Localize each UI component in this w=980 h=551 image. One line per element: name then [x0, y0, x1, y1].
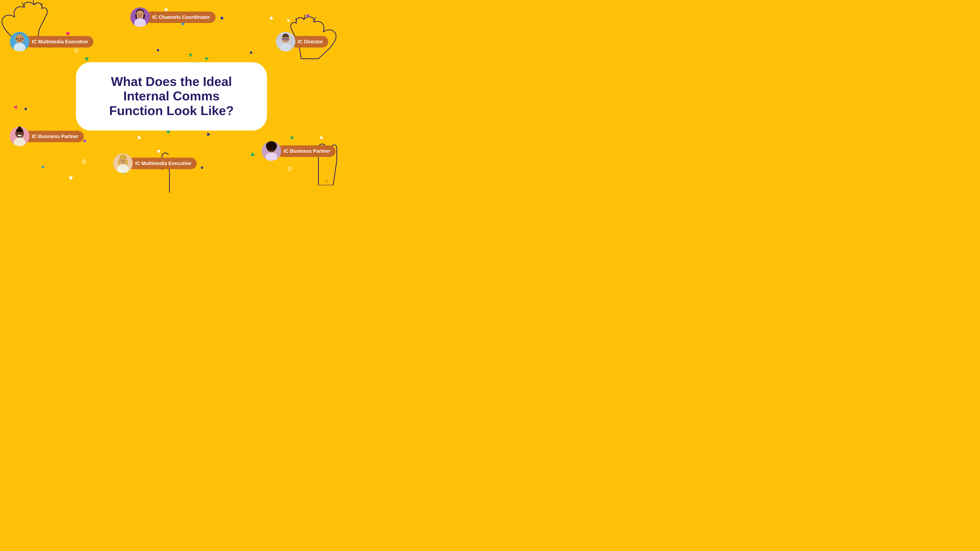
- svg-point-4: [141, 14, 142, 15]
- dot-navy-3: [250, 51, 252, 54]
- triangle-pink-1: [13, 105, 17, 109]
- triangle-green-2: [189, 54, 192, 57]
- dot-navy-4: [201, 167, 203, 169]
- main-title-card: What Does the Ideal Internal Comms Funct…: [76, 62, 267, 130]
- svg-point-17: [287, 39, 288, 40]
- svg-point-11: [280, 43, 291, 51]
- triangle-green-4: [205, 57, 208, 61]
- dot-navy-2: [220, 17, 223, 19]
- dot-blue-3: [41, 166, 44, 168]
- svg-point-16: [283, 39, 284, 40]
- triangle-navy-1: [207, 132, 211, 137]
- svg-point-30: [266, 152, 277, 161]
- avatar-multimedia-top: [10, 32, 29, 51]
- triangle-white-4: [286, 19, 290, 22]
- avatar-business-left: [10, 127, 29, 146]
- badge-ic-multimedia-bottom: IC Multimedia Executive: [113, 154, 197, 173]
- badge-ic-director: IC Director: [276, 32, 328, 51]
- svg-point-6: [14, 43, 25, 51]
- svg-point-27: [121, 160, 122, 161]
- svg-point-21: [18, 133, 19, 134]
- diamond-3: [287, 167, 292, 171]
- svg-point-25: [117, 165, 129, 173]
- badge-label-director: IC Director: [291, 36, 328, 48]
- badge-ic-business-right: IC Business Partner: [262, 141, 336, 161]
- avatar-channels: [130, 7, 150, 27]
- svg-point-36: [269, 148, 270, 149]
- badge-ic-business-left: IC Business Partner: [10, 127, 84, 146]
- main-scene: What Does the Ideal Internal Comms Funct…: [0, 0, 343, 193]
- diamond-2: [81, 159, 86, 164]
- badge-ic-multimedia-top: IC Multimedia Executive: [10, 32, 93, 51]
- svg-point-28: [124, 160, 125, 161]
- dot-navy-1: [157, 49, 159, 51]
- svg-point-37: [272, 148, 274, 149]
- dot-navy-5: [24, 108, 27, 110]
- triangle-green-1: [84, 57, 89, 62]
- badge-label-business-right: IC Business Partner: [276, 145, 336, 157]
- triangle-white-b4: [320, 135, 323, 139]
- avatar-multimedia-bottom: [113, 154, 133, 173]
- avatar-business-right: [262, 141, 281, 161]
- svg-point-1: [134, 18, 146, 27]
- svg-point-2: [136, 10, 144, 18]
- svg-point-8: [18, 38, 19, 39]
- svg-point-19: [14, 138, 25, 146]
- triangle-green-6: [290, 135, 294, 139]
- badge-label-multimedia-bottom: IC Multimedia Executive: [128, 158, 197, 169]
- badge-label-channels: IC Channels Coordinator: [145, 11, 216, 23]
- svg-point-9: [20, 38, 21, 39]
- svg-point-3: [138, 14, 139, 15]
- svg-point-22: [21, 133, 22, 134]
- badge-label-business-left: IC Business Partner: [24, 131, 84, 142]
- triangle-white-b2: [157, 150, 161, 154]
- badge-ic-channels-coordinator: IC Channels Coordinator: [130, 7, 216, 27]
- avatar-director: [276, 32, 295, 51]
- triangle-green-7: [250, 152, 255, 156]
- main-title: What Does the Ideal Internal Comms Funct…: [95, 75, 247, 118]
- badge-label-multimedia-top: IC Multimedia Executive: [24, 36, 93, 48]
- dot-orange-1: [325, 180, 328, 183]
- triangle-white-3: [269, 16, 274, 19]
- triangle-white-b3: [68, 176, 73, 180]
- triangle-white-b1: [137, 135, 141, 139]
- dot-purple-1: [306, 14, 310, 17]
